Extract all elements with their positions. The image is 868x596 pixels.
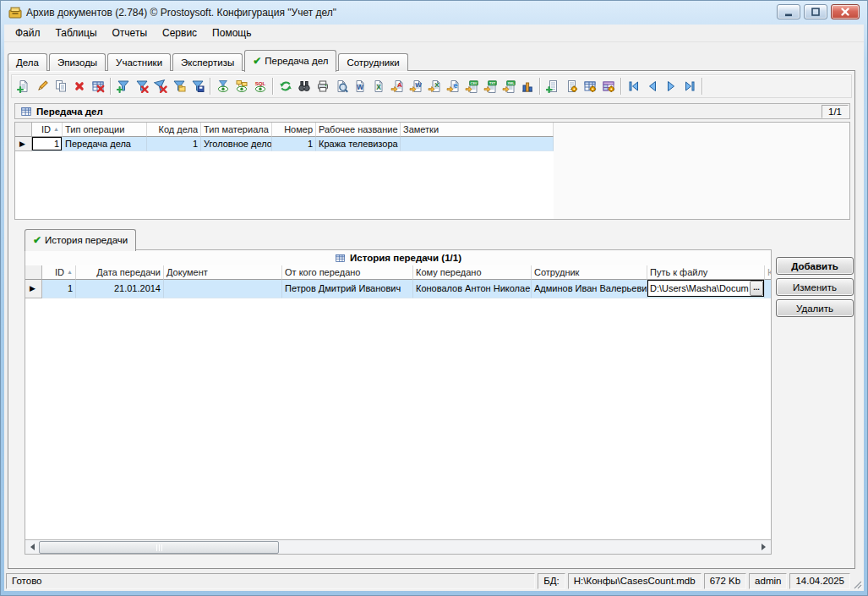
cell-Сотрудник[interactable]: Админов Иван Валерьевич [532,280,647,298]
master-grid[interactable]: ID▲Тип операцииКод делаТип материалаНоме… [15,123,554,219]
export-txt-button[interactable]: TXT [481,76,500,96]
column-header-Рабочее название[interactable]: Рабочее название [316,123,401,137]
delete-table-record-button[interactable] [89,76,107,96]
column-header-Кому передано[interactable]: Кому передано [413,265,532,280]
cell-От кого передано[interactable]: Петров Дмитрий Иванович [282,280,413,298]
column-header-Заметки[interactable]: Заметки [401,123,554,137]
cell-Тип операции[interactable]: Передача дела [63,137,147,151]
export-xml-button[interactable]: XML [500,76,518,96]
scroll-left-icon[interactable] [25,540,40,554]
cell-ID[interactable]: 1 [32,137,63,151]
filter-view-button[interactable] [214,76,232,96]
nav-next-button[interactable] [662,76,680,96]
refresh-button[interactable] [276,76,295,96]
cell-Путь к файлу[interactable]: D:\Users\Masha\Docum... [647,280,765,298]
cell-Код[interactable] [765,280,771,298]
filter-remove-button[interactable] [133,76,151,96]
file-path-editor[interactable]: D:\Users\Masha\Docum... [647,280,764,297]
column-header-От кого передано[interactable]: От кого передано [282,265,413,280]
tab-Дела[interactable]: Дела [8,53,47,71]
column-header-Номер[interactable]: Номер [272,123,316,137]
column-header-ID[interactable]: ID▲ [42,265,76,280]
filter-save-button[interactable] [188,76,207,96]
detail-grid[interactable]: ID▲Дата передачиДокументОт кого передано… [25,265,771,539]
list-add-button[interactable] [543,76,562,96]
search-button[interactable] [295,76,314,96]
tab-Эпизоды[interactable]: Эпизоды [49,53,106,71]
cell-Номер[interactable]: 1 [272,137,316,151]
row-selector[interactable]: ▶ [15,137,32,151]
edit-button[interactable]: Изменить [776,278,854,296]
tab-Сотрудники[interactable]: Сотрудники [338,53,407,71]
close-button[interactable] [831,4,860,19]
export-excel-button[interactable]: X [369,76,388,96]
cell-Рабочее название[interactable]: Кража телевизора [316,137,401,151]
nav-last-button[interactable] [680,76,699,96]
column-header-Путь к файлу[interactable]: Путь к файлу [647,265,765,280]
status-db-label: БД: [538,573,565,589]
sql-view-button[interactable]: SQL [251,76,270,96]
filter-open-button[interactable] [170,76,188,96]
add-record-button[interactable] [14,76,33,96]
export-html-button[interactable]: e [444,76,462,96]
cell-Тип материала[interactable]: Уголовное дело [201,137,272,151]
menu-item-Сервис[interactable]: Сервис [155,25,205,41]
maximize-button[interactable] [804,4,827,19]
column-header-Код дела[interactable]: Код дела [147,123,201,137]
table-settings-button[interactable] [581,76,599,96]
menu-item-Помощь[interactable]: Помощь [205,25,259,41]
column-header-Сотрудник[interactable]: Сотрудник [532,265,647,280]
column-header-Документ[interactable]: Документ [164,265,282,280]
column-header-Дата передачи[interactable]: Дата передачи [76,265,164,280]
print-button[interactable] [314,76,332,96]
scroll-right-icon[interactable] [756,540,771,554]
cell-Заметки[interactable] [401,137,554,151]
row-selector[interactable]: ▶ [25,280,42,298]
cell-Дата передачи[interactable]: 21.01.2014 [76,280,164,298]
copy-record-button[interactable] [52,76,70,96]
print-preview-button[interactable] [332,76,351,96]
cell-ID[interactable]: 1 [42,280,76,298]
focused-cell[interactable]: 1 [32,137,62,150]
export-csv-button[interactable]: CSV [462,76,481,96]
file-path-value[interactable]: D:\Users\Masha\Docum [650,281,750,296]
list-settings-button[interactable] [562,76,581,96]
table-appearance-button[interactable] [599,76,618,96]
export-pdf-button[interactable]: A [388,76,407,96]
column-header-Тип операции[interactable]: Тип операции [63,123,147,137]
filter-clear-button[interactable] [151,76,170,96]
filter-tree-view-button[interactable] [232,76,251,96]
cell-Код дела[interactable]: 1 [147,137,201,151]
table-row[interactable]: ▶1Передача дела1Уголовное дело1Кража тел… [15,137,554,151]
menu-item-Файл[interactable]: Файл [8,25,48,41]
scrollbar-thumb[interactable] [39,541,279,554]
menu-item-Таблицы[interactable]: Таблицы [48,25,105,41]
table-row[interactable]: ▶121.01.2014Петров Дмитрий ИвановичКонов… [25,280,771,298]
minimize-button[interactable] [777,4,800,19]
delete-record-button[interactable] [70,76,89,96]
filter-add-button[interactable] [114,76,133,96]
column-header-ID[interactable]: ID▲ [32,123,63,137]
tab-Передача дел[interactable]: ✔Передача дел [244,50,336,72]
export-excel-template-button[interactable]: X [425,76,444,96]
tab-Участники[interactable]: Участники [107,53,171,71]
tab-Экспертизы[interactable]: Экспертизы [172,53,243,71]
tab-История передачи[interactable]: ✔История передачи [25,229,136,251]
add-button[interactable]: Добавить [776,257,854,275]
horizontal-scrollbar[interactable] [25,539,771,554]
delete-button[interactable]: Удалить [776,299,854,317]
browse-button[interactable]: ... [750,281,763,296]
cell-Документ[interactable] [164,280,282,298]
export-word-button[interactable]: W [351,76,369,96]
nav-first-button[interactable] [625,76,643,96]
resize-grip[interactable] [852,579,863,590]
column-header-Тип материала[interactable]: Тип материала [201,123,272,137]
menu-item-Отчеты[interactable]: Отчеты [105,25,155,41]
edit-record-button[interactable] [33,76,52,96]
nav-prev-button[interactable] [643,76,662,96]
refresh-icon [279,79,292,93]
cell-Кому передано[interactable]: Коновалов Антон Николае [413,280,532,298]
export-word-template-button[interactable]: W [407,76,425,96]
chart-button[interactable] [518,76,537,96]
column-header-Код[interactable]: Код [765,265,771,280]
